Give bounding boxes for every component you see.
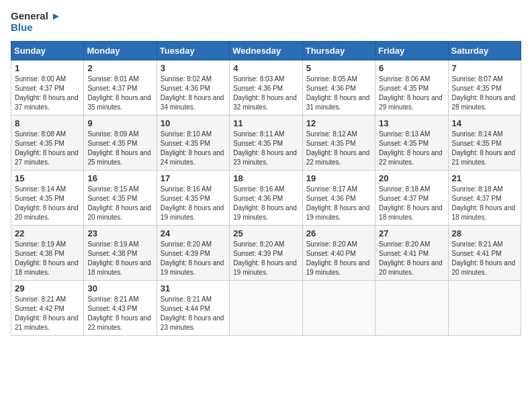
day-info: Sunrise: 8:21 AM Sunset: 4:41 PM Dayligh… (452, 240, 517, 277)
day-info: Sunrise: 8:13 AM Sunset: 4:35 PM Dayligh… (379, 130, 444, 167)
day-number: 21 (452, 173, 517, 183)
day-info: Sunrise: 8:09 AM Sunset: 4:35 PM Dayligh… (87, 130, 152, 167)
day-number: 24 (161, 228, 226, 238)
day-info: Sunrise: 8:05 AM Sunset: 4:36 PM Dayligh… (306, 75, 371, 112)
day-cell-17: 17 Sunrise: 8:16 AM Sunset: 4:35 PM Dayl… (157, 171, 229, 226)
header: General ► Blue (11, 11, 521, 33)
day-cell-25: 25 Sunrise: 8:20 AM Sunset: 4:39 PM Dayl… (230, 226, 302, 281)
day-cell-23: 23 Sunrise: 8:19 AM Sunset: 4:38 PM Dayl… (84, 226, 157, 281)
day-cell-8: 8 Sunrise: 8:08 AM Sunset: 4:35 PM Dayli… (11, 116, 84, 171)
day-cell-21: 21 Sunrise: 8:18 AM Sunset: 4:37 PM Dayl… (448, 171, 521, 226)
col-header-wednesday: Wednesday (230, 42, 302, 60)
col-header-sunday: Sunday (11, 42, 84, 60)
day-cell-4: 4 Sunrise: 8:03 AM Sunset: 4:36 PM Dayli… (230, 60, 302, 116)
day-info: Sunrise: 8:03 AM Sunset: 4:36 PM Dayligh… (233, 75, 298, 112)
day-info: Sunrise: 8:16 AM Sunset: 4:36 PM Dayligh… (233, 185, 298, 222)
day-number: 31 (161, 283, 226, 293)
day-number: 17 (161, 173, 226, 183)
day-cell-28: 28 Sunrise: 8:21 AM Sunset: 4:41 PM Dayl… (448, 226, 521, 281)
empty-cell (230, 281, 302, 336)
day-cell-31: 31 Sunrise: 8:21 AM Sunset: 4:44 PM Dayl… (157, 281, 229, 336)
day-info: Sunrise: 8:20 AM Sunset: 4:39 PM Dayligh… (233, 240, 298, 277)
day-number: 15 (15, 173, 80, 183)
day-cell-26: 26 Sunrise: 8:20 AM Sunset: 4:40 PM Dayl… (302, 226, 375, 281)
day-cell-15: 15 Sunrise: 8:14 AM Sunset: 4:35 PM Dayl… (11, 171, 84, 226)
day-number: 28 (452, 228, 517, 238)
day-cell-13: 13 Sunrise: 8:13 AM Sunset: 4:35 PM Dayl… (375, 116, 448, 171)
day-cell-18: 18 Sunrise: 8:16 AM Sunset: 4:36 PM Dayl… (230, 171, 302, 226)
logo: General ► Blue (11, 11, 61, 33)
day-cell-19: 19 Sunrise: 8:17 AM Sunset: 4:36 PM Dayl… (302, 171, 375, 226)
day-info: Sunrise: 8:08 AM Sunset: 4:35 PM Dayligh… (15, 130, 80, 167)
day-number: 10 (161, 118, 226, 128)
day-number: 16 (87, 173, 152, 183)
day-info: Sunrise: 8:21 AM Sunset: 4:44 PM Dayligh… (161, 295, 226, 332)
day-number: 19 (306, 173, 371, 183)
day-number: 9 (87, 118, 152, 128)
day-cell-3: 3 Sunrise: 8:02 AM Sunset: 4:36 PM Dayli… (157, 60, 229, 116)
day-cell-10: 10 Sunrise: 8:10 AM Sunset: 4:35 PM Dayl… (157, 116, 229, 171)
empty-cell (302, 281, 375, 336)
day-info: Sunrise: 8:17 AM Sunset: 4:36 PM Dayligh… (306, 185, 371, 222)
day-info: Sunrise: 8:20 AM Sunset: 4:39 PM Dayligh… (161, 240, 226, 277)
day-info: Sunrise: 8:16 AM Sunset: 4:35 PM Dayligh… (161, 185, 226, 222)
day-cell-29: 29 Sunrise: 8:21 AM Sunset: 4:42 PM Dayl… (11, 281, 84, 336)
day-info: Sunrise: 8:06 AM Sunset: 4:35 PM Dayligh… (379, 75, 444, 112)
day-number: 20 (379, 173, 444, 183)
week-row-1: 1 Sunrise: 8:00 AM Sunset: 4:37 PM Dayli… (11, 60, 521, 116)
week-row-3: 15 Sunrise: 8:14 AM Sunset: 4:35 PM Dayl… (11, 171, 521, 226)
day-number: 14 (452, 118, 517, 128)
day-cell-20: 20 Sunrise: 8:18 AM Sunset: 4:37 PM Dayl… (375, 171, 448, 226)
day-cell-11: 11 Sunrise: 8:11 AM Sunset: 4:35 PM Dayl… (230, 116, 302, 171)
day-cell-14: 14 Sunrise: 8:14 AM Sunset: 4:35 PM Dayl… (448, 116, 521, 171)
day-cell-5: 5 Sunrise: 8:05 AM Sunset: 4:36 PM Dayli… (302, 60, 375, 116)
header-row: SundayMondayTuesdayWednesdayThursdayFrid… (11, 42, 521, 60)
day-info: Sunrise: 8:15 AM Sunset: 4:35 PM Dayligh… (87, 185, 152, 222)
day-info: Sunrise: 8:01 AM Sunset: 4:37 PM Dayligh… (87, 75, 152, 112)
day-number: 25 (233, 228, 298, 238)
day-cell-6: 6 Sunrise: 8:06 AM Sunset: 4:35 PM Dayli… (375, 60, 448, 116)
day-info: Sunrise: 8:20 AM Sunset: 4:41 PM Dayligh… (379, 240, 444, 277)
day-number: 11 (233, 118, 298, 128)
empty-cell (375, 281, 448, 336)
day-cell-2: 2 Sunrise: 8:01 AM Sunset: 4:37 PM Dayli… (84, 60, 157, 116)
day-number: 6 (379, 63, 444, 73)
week-row-2: 8 Sunrise: 8:08 AM Sunset: 4:35 PM Dayli… (11, 116, 521, 171)
day-info: Sunrise: 8:20 AM Sunset: 4:40 PM Dayligh… (306, 240, 371, 277)
day-info: Sunrise: 8:02 AM Sunset: 4:36 PM Dayligh… (161, 75, 226, 112)
day-cell-24: 24 Sunrise: 8:20 AM Sunset: 4:39 PM Dayl… (157, 226, 229, 281)
day-number: 2 (87, 63, 152, 73)
day-info: Sunrise: 8:21 AM Sunset: 4:43 PM Dayligh… (87, 295, 152, 332)
col-header-saturday: Saturday (448, 42, 521, 60)
day-info: Sunrise: 8:14 AM Sunset: 4:35 PM Dayligh… (452, 130, 517, 167)
day-info: Sunrise: 8:11 AM Sunset: 4:35 PM Dayligh… (233, 130, 298, 167)
day-info: Sunrise: 8:21 AM Sunset: 4:42 PM Dayligh… (15, 295, 80, 332)
day-number: 26 (306, 228, 371, 238)
week-row-5: 29 Sunrise: 8:21 AM Sunset: 4:42 PM Dayl… (11, 281, 521, 336)
week-row-4: 22 Sunrise: 8:19 AM Sunset: 4:38 PM Dayl… (11, 226, 521, 281)
day-number: 4 (233, 63, 298, 73)
day-info: Sunrise: 8:19 AM Sunset: 4:38 PM Dayligh… (87, 240, 152, 277)
calendar-table: SundayMondayTuesdayWednesdayThursdayFrid… (11, 41, 521, 336)
day-cell-1: 1 Sunrise: 8:00 AM Sunset: 4:37 PM Dayli… (11, 60, 84, 116)
day-number: 29 (15, 283, 80, 293)
day-cell-22: 22 Sunrise: 8:19 AM Sunset: 4:38 PM Dayl… (11, 226, 84, 281)
day-cell-12: 12 Sunrise: 8:12 AM Sunset: 4:35 PM Dayl… (302, 116, 375, 171)
day-cell-9: 9 Sunrise: 8:09 AM Sunset: 4:35 PM Dayli… (84, 116, 157, 171)
day-number: 18 (233, 173, 298, 183)
day-info: Sunrise: 8:18 AM Sunset: 4:37 PM Dayligh… (452, 185, 517, 222)
day-cell-7: 7 Sunrise: 8:07 AM Sunset: 4:35 PM Dayli… (448, 60, 521, 116)
col-header-monday: Monday (84, 42, 157, 60)
day-cell-30: 30 Sunrise: 8:21 AM Sunset: 4:43 PM Dayl… (84, 281, 157, 336)
day-number: 30 (87, 283, 152, 293)
logo-text: General ► Blue (11, 11, 61, 33)
empty-cell (448, 281, 521, 336)
day-number: 3 (161, 63, 226, 73)
day-info: Sunrise: 8:10 AM Sunset: 4:35 PM Dayligh… (161, 130, 226, 167)
day-number: 27 (379, 228, 444, 238)
day-info: Sunrise: 8:18 AM Sunset: 4:37 PM Dayligh… (379, 185, 444, 222)
day-number: 23 (87, 228, 152, 238)
day-info: Sunrise: 8:00 AM Sunset: 4:37 PM Dayligh… (15, 75, 80, 112)
day-info: Sunrise: 8:14 AM Sunset: 4:35 PM Dayligh… (15, 185, 80, 222)
day-number: 1 (15, 63, 80, 73)
